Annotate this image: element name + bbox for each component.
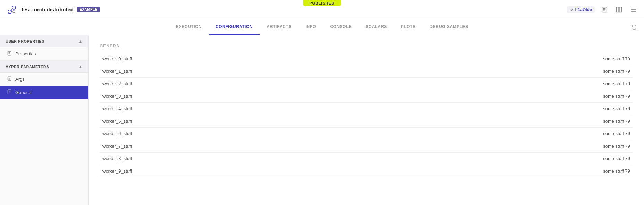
compare-button[interactable] bbox=[614, 5, 624, 15]
row-key: worker_3_stuff bbox=[100, 90, 366, 103]
row-key: worker_5_stuff bbox=[100, 115, 366, 128]
row-key: worker_1_stuff bbox=[100, 65, 366, 78]
row-value: some stuff 79 bbox=[366, 53, 633, 65]
row-key: worker_4_stuff bbox=[100, 103, 366, 115]
row-key: worker_8_stuff bbox=[100, 153, 366, 165]
row-value: some stuff 79 bbox=[366, 78, 633, 90]
sidebar-section-user-properties[interactable]: USER PROPERTIES ▲ bbox=[0, 35, 88, 47]
table-row: worker_4_stuff some stuff 79 bbox=[100, 103, 633, 115]
top-bar-left: test torch distributed EXAMPLE bbox=[6, 3, 100, 16]
svg-rect-8 bbox=[617, 7, 619, 12]
sidebar-section-hyper-parameters-label: HYPER PARAMETERS bbox=[6, 64, 49, 69]
sidebar-item-general-label: General bbox=[15, 90, 31, 95]
tab-artifacts[interactable]: ARTIFACTS bbox=[260, 19, 299, 35]
tab-console[interactable]: CONSOLE bbox=[323, 19, 359, 35]
top-bar: test torch distributed EXAMPLE PUBLISHED… bbox=[0, 0, 644, 19]
id-label: ID bbox=[570, 8, 573, 11]
sidebar-section-user-properties-label: USER PROPERTIES bbox=[6, 39, 44, 43]
table-row: worker_6_stuff some stuff 79 bbox=[100, 128, 633, 140]
tab-configuration[interactable]: CONFIGURATION bbox=[209, 19, 260, 35]
tab-scalars[interactable]: SCALARS bbox=[359, 19, 394, 35]
table-row: worker_8_stuff some stuff 79 bbox=[100, 153, 633, 165]
row-value: some stuff 79 bbox=[366, 90, 633, 103]
sidebar-item-general[interactable]: General bbox=[0, 86, 88, 99]
refresh-icon-wrap bbox=[629, 23, 638, 32]
sidebar: USER PROPERTIES ▲ Properties HYPER PARAM… bbox=[0, 35, 89, 205]
row-value: some stuff 79 bbox=[366, 65, 633, 78]
svg-line-2 bbox=[11, 9, 12, 11]
section-title: GENERAL bbox=[100, 44, 633, 49]
svg-point-3 bbox=[13, 11, 15, 13]
row-key: worker_6_stuff bbox=[100, 128, 366, 140]
tab-debug-samples[interactable]: DEBUG SAMPLES bbox=[423, 19, 475, 35]
table-row: worker_2_stuff some stuff 79 bbox=[100, 78, 633, 90]
example-badge: EXAMPLE bbox=[77, 7, 100, 12]
row-value: some stuff 79 bbox=[366, 165, 633, 177]
row-value: some stuff 79 bbox=[366, 140, 633, 153]
row-value: some stuff 79 bbox=[366, 153, 633, 165]
table-row: worker_5_stuff some stuff 79 bbox=[100, 115, 633, 128]
row-value: some stuff 79 bbox=[366, 103, 633, 115]
row-key: worker_2_stuff bbox=[100, 78, 366, 90]
table-row: worker_3_stuff some stuff 79 bbox=[100, 90, 633, 103]
id-value: ff1a74de bbox=[575, 7, 592, 12]
sidebar-item-args[interactable]: Args bbox=[0, 73, 88, 86]
content-area: GENERAL worker_0_stuff some stuff 79 wor… bbox=[89, 35, 644, 205]
sidebar-item-args-label: Args bbox=[15, 77, 25, 82]
tabs: EXECUTION CONFIGURATION ARTIFACTS INFO C… bbox=[169, 19, 475, 35]
tab-execution[interactable]: EXECUTION bbox=[169, 19, 209, 35]
document-icon-2 bbox=[7, 76, 12, 82]
sidebar-item-properties[interactable]: Properties bbox=[0, 47, 88, 61]
tab-plots[interactable]: PLOTS bbox=[394, 19, 423, 35]
published-badge: PUBLISHED bbox=[303, 0, 341, 6]
sidebar-item-properties-label: Properties bbox=[15, 51, 36, 56]
description-button[interactable] bbox=[600, 5, 609, 15]
sidebar-section-hyper-parameters[interactable]: HYPER PARAMETERS ▲ bbox=[0, 61, 88, 73]
id-badge: ID ff1a74de bbox=[567, 6, 595, 13]
top-bar-right: ID ff1a74de bbox=[567, 5, 638, 15]
main-layout: USER PROPERTIES ▲ Properties HYPER PARAM… bbox=[0, 35, 644, 205]
chevron-up-icon-2: ▲ bbox=[78, 64, 83, 69]
document-icon-3 bbox=[7, 89, 12, 95]
menu-button[interactable] bbox=[629, 5, 638, 15]
table-row: worker_7_stuff some stuff 79 bbox=[100, 140, 633, 153]
tabs-bar: EXECUTION CONFIGURATION ARTIFACTS INFO C… bbox=[0, 19, 644, 35]
svg-rect-9 bbox=[619, 7, 622, 12]
table-row: worker_9_stuff some stuff 79 bbox=[100, 165, 633, 177]
row-value: some stuff 79 bbox=[366, 128, 633, 140]
row-value: some stuff 79 bbox=[366, 115, 633, 128]
document-icon bbox=[7, 51, 12, 57]
app-title: test torch distributed bbox=[22, 7, 74, 12]
chevron-up-icon: ▲ bbox=[78, 39, 83, 44]
table-row: worker_0_stuff some stuff 79 bbox=[100, 53, 633, 65]
table-row: worker_1_stuff some stuff 79 bbox=[100, 65, 633, 78]
row-key: worker_9_stuff bbox=[100, 165, 366, 177]
row-key: worker_0_stuff bbox=[100, 53, 366, 65]
app-icon bbox=[6, 3, 18, 16]
tab-info[interactable]: INFO bbox=[299, 19, 323, 35]
config-table: worker_0_stuff some stuff 79 worker_1_st… bbox=[100, 53, 633, 177]
refresh-button[interactable] bbox=[629, 23, 638, 32]
row-key: worker_7_stuff bbox=[100, 140, 366, 153]
